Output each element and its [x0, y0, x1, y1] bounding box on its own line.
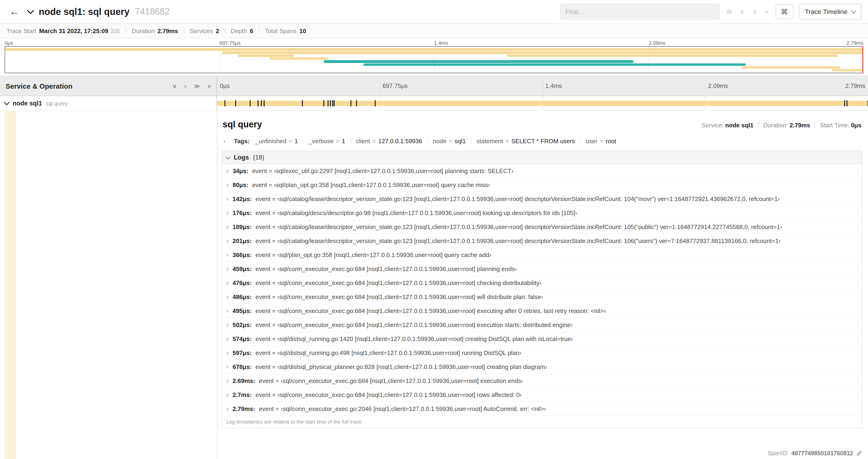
- chevron-right-icon: ›: [226, 167, 228, 174]
- minimap-tick-label: 697.75μs: [219, 40, 241, 46]
- log-row[interactable]: ›2.69ms:event = ‹sql/conn_executor_exec.…: [222, 374, 862, 388]
- span-detail-title: sql query: [223, 120, 262, 130]
- minimap-canvas[interactable]: [5, 46, 863, 73]
- log-row[interactable]: ›597μs:event = ‹sql/distsql_running.go:4…: [222, 346, 862, 360]
- log-timestamp: 176μs:: [232, 209, 252, 217]
- expand-one-icon[interactable]: ›: [184, 82, 186, 89]
- chevron-right-icon: ›: [223, 138, 226, 144]
- log-timestamp: 459μs:: [232, 265, 252, 272]
- tag-equals: =: [336, 138, 340, 144]
- focus-result-icon[interactable]: ⊕: [726, 7, 732, 16]
- chevron-right-icon: ›: [226, 223, 228, 230]
- log-message: event = ‹sql/catalog/lease/descriptor_ve…: [255, 223, 782, 230]
- chevron-right-icon: ›: [226, 293, 228, 300]
- page-title: node sql1: sql query: [39, 6, 129, 17]
- log-message: event = ‹sql/conn_executor_exec.go:2046 …: [259, 405, 546, 412]
- collapse-trace-chevron-icon[interactable]: [27, 7, 34, 14]
- collapse-all-icon[interactable]: ≫: [194, 82, 200, 89]
- log-row[interactable]: ›176μs:event = ‹sql/catalog/descs/descri…: [222, 206, 862, 220]
- log-message: event = ‹sql/distsql_running.go:1420 [ns…: [255, 335, 573, 342]
- trace-view-selector-label: Trace Timeline: [805, 8, 847, 15]
- span-detail-card: sql query Service: node sql1 Duration: 2…: [222, 115, 862, 428]
- log-row[interactable]: ›574μs:event = ‹sql/distsql_running.go:1…: [222, 332, 862, 346]
- chevron-right-icon: ›: [226, 391, 228, 398]
- logs-section: Logs (18) ›34μs:event = ‹sql/exec_util.g…: [222, 151, 862, 428]
- expand-all-icon[interactable]: »: [208, 82, 211, 89]
- log-row[interactable]: ›80μs:event = ‹sql/plan_opt.go:358 [nsql…: [222, 178, 862, 192]
- log-row[interactable]: ›34μs:event = ‹sql/exec_util.go:2297 [ns…: [222, 164, 862, 178]
- keyboard-shortcuts-button[interactable]: ⌘: [775, 4, 793, 19]
- logs-accordion-header[interactable]: Logs (18): [222, 151, 862, 164]
- log-row[interactable]: ›459μs:event = ‹sql/conn_executor_exec.g…: [222, 262, 862, 276]
- span-id-value: 4877749850101760812: [792, 450, 853, 457]
- meta-value: 10: [299, 27, 306, 34]
- trace-timeline-page: ← node sql1: sql query 7418682 ⊕ ∧ ∨ × ⌘…: [0, 0, 868, 459]
- log-message: event = ‹sql/exec_util.go:2297 [nsql1,cl…: [252, 167, 513, 174]
- log-timestamp: 574μs:: [232, 335, 252, 342]
- meta-label: Depth: [231, 27, 247, 34]
- log-message: event = ‹sql/plan_opt.go:358 [nsql1,clie…: [255, 252, 491, 258]
- top-bar-actions: ⊕ ∧ ∨ × ⌘ Trace Timeline: [560, 4, 862, 20]
- trace-meta-item: Services2: [190, 27, 219, 34]
- log-message: event = ‹sql/conn_executor_exec.go:684 […: [255, 307, 606, 315]
- tag-key: user: [586, 138, 597, 144]
- trace-id: 7418682: [135, 6, 169, 17]
- span-duration-bar[interactable]: [217, 101, 868, 106]
- back-button[interactable]: ←: [6, 6, 22, 17]
- minimap-viewport[interactable]: [5, 46, 863, 73]
- service-operation-header: Service & Operation ∨›≫»: [0, 76, 217, 96]
- span-row: node sql1 sql query: [0, 96, 868, 111]
- trace-meta-item: Total Spans10: [265, 27, 306, 34]
- log-row[interactable]: ›2.7ms:event = ‹sql/conn_executor_exec.g…: [222, 388, 862, 402]
- log-event-tick: [332, 100, 333, 106]
- log-row[interactable]: ›678μs:event = ‹sql/distsql_physical_pla…: [222, 360, 862, 374]
- log-row[interactable]: ›366μs:event = ‹sql/plan_opt.go:358 [nsq…: [222, 248, 862, 262]
- log-row[interactable]: ›201μs:event = ‹sql/catalog/lease/descri…: [222, 234, 862, 248]
- log-event-tick: [375, 100, 376, 106]
- span-row-name-cell[interactable]: node sql1 sql query: [0, 96, 217, 110]
- tag-equals: =: [505, 138, 509, 144]
- tag-key: node: [433, 138, 446, 144]
- log-timestamp: 142μs:: [232, 195, 252, 202]
- span-detail-area: sql query Service: node sql1 Duration: 2…: [0, 111, 868, 459]
- divider: [259, 28, 259, 34]
- start-time-label: Start Time: 0μs: [820, 122, 862, 129]
- log-timestamp: 366μs:: [232, 252, 252, 258]
- timeline-column-headers: Service & Operation ∨›≫» 0μs697.75μs1.4m…: [0, 75, 868, 96]
- log-row[interactable]: ›495μs:event = ‹sql/conn_executor_exec.g…: [222, 304, 862, 318]
- log-message: event = ‹sql/conn_executor_exec.go:684 […: [259, 378, 523, 384]
- logs-count: (18): [253, 154, 265, 161]
- log-row[interactable]: ›476μs:event = ‹sql/conn_executor_exec.g…: [222, 276, 862, 290]
- chevron-right-icon: ›: [226, 363, 228, 370]
- link-icon[interactable]: [856, 450, 862, 457]
- log-row[interactable]: ›502μs:event = ‹sql/conn_executor_exec.g…: [222, 318, 862, 332]
- log-event-tick: [260, 100, 261, 106]
- meta-label: Total Spans: [265, 27, 297, 34]
- timeline-ruler: 0μs697.75μs1.4ms2.09ms2.79ms: [217, 76, 868, 96]
- trace-view-selector-button[interactable]: Trace Timeline: [799, 4, 862, 20]
- prev-result-icon[interactable]: ∧: [740, 7, 745, 16]
- span-id-label: SpanID:: [768, 450, 788, 457]
- log-row[interactable]: ›486μs:event = ‹sql/conn_executor_exec.g…: [222, 290, 862, 304]
- collapse-span-chevron-icon[interactable]: [4, 99, 9, 105]
- span-operation-name: sql query: [46, 101, 67, 106]
- find-input[interactable]: [560, 4, 720, 20]
- log-event-tick: [350, 100, 351, 106]
- chevron-right-icon: ›: [226, 349, 228, 356]
- tags-accordion[interactable]: › Tags: _unfinished=1_verbose=1client=12…: [222, 134, 862, 149]
- minimap-tick-labels: 0μs697.75μs1.4ms2.09ms2.79ms: [5, 39, 863, 46]
- column-resizer[interactable]: [217, 111, 217, 459]
- log-message: event = ‹sql/catalog/lease/descriptor_ve…: [255, 237, 780, 244]
- logs-title: Logs: [234, 154, 249, 161]
- log-row[interactable]: ›189μs:event = ‹sql/catalog/lease/descri…: [222, 220, 862, 234]
- chevron-down-icon: [226, 154, 230, 159]
- log-row[interactable]: ›142μs:event = ‹sql/catalog/lease/descri…: [222, 192, 862, 206]
- clear-search-icon[interactable]: ×: [765, 8, 769, 15]
- span-bar-cell[interactable]: [217, 96, 868, 110]
- log-message: event = ‹sql/conn_executor_exec.go:684 […: [255, 265, 517, 272]
- log-row[interactable]: ›2.79ms:event = ‹sql/conn_executor_exec.…: [222, 402, 862, 416]
- meta-value: 6: [250, 27, 253, 34]
- next-result-icon[interactable]: ∨: [752, 7, 757, 16]
- trace-end-cursor: [862, 46, 863, 73]
- collapse-one-icon[interactable]: ∨: [173, 82, 177, 89]
